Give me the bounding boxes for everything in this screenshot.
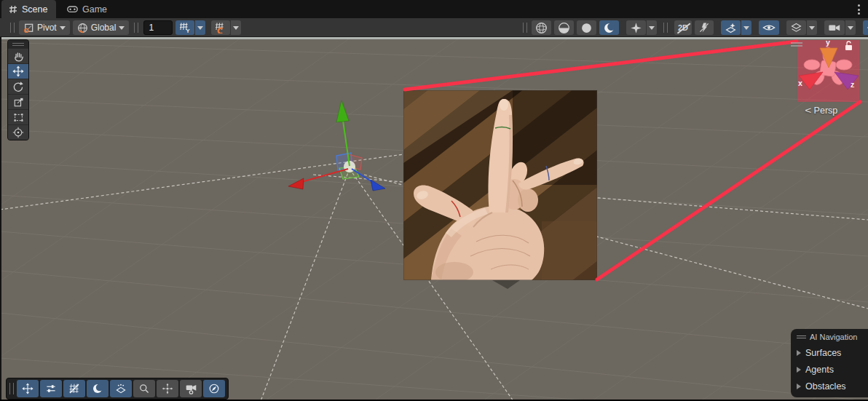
grid-visibility-button[interactable] — [63, 380, 85, 397]
chevron-down-icon — [60, 26, 66, 30]
pivot-label: Pivot — [37, 23, 57, 33]
grid-plane-caret[interactable] — [195, 20, 205, 35]
2d-view-toggle[interactable]: 2D — [674, 20, 692, 35]
rect-tool-icon — [13, 112, 24, 123]
move-overlay-icon — [22, 383, 33, 394]
scene-focus-border — [0, 37, 868, 39]
camera-flash-toggle[interactable] — [695, 20, 714, 35]
half-sphere-icon — [558, 22, 570, 34]
tab-menu-icon[interactable] — [858, 4, 861, 15]
crescent-icon — [603, 22, 615, 34]
ai-nav-obstacles[interactable]: Obstacles — [797, 381, 864, 392]
persp-arrow-icon: < — [805, 105, 811, 116]
scene-view-eye-toggle[interactable] — [759, 20, 779, 35]
gizmo-z-label: z — [851, 80, 854, 89]
snap-settings-caret[interactable] — [231, 20, 241, 35]
persp-text: Persp — [814, 106, 838, 116]
global-dropdown[interactable]: Global — [73, 20, 130, 35]
2d-icon: 2D — [678, 23, 688, 32]
toolbar-grip[interactable] — [523, 23, 527, 33]
camera-settings-button[interactable] — [824, 20, 845, 35]
overlay-toolbar — [6, 378, 229, 400]
ai-nav-surfaces-label: Surfaces — [805, 348, 841, 358]
foldout-arrow-icon — [797, 384, 801, 389]
overlay-toolbar-grip[interactable] — [9, 383, 14, 394]
scene-viewport[interactable]: y x z — [0, 0, 868, 401]
ai-navigation-grip[interactable] — [797, 336, 806, 338]
ai-navigation-title: AI Navigation — [810, 333, 857, 341]
grid-y-icon: Y — [179, 22, 191, 33]
view-tabbar: Scene Game — [0, 0, 868, 18]
camera-icon — [828, 23, 841, 33]
move-tool-icon — [12, 65, 24, 77]
scale-tool-button[interactable] — [8, 94, 28, 109]
search-button[interactable] — [133, 380, 155, 397]
scene-toolbar: Pivot Global — [0, 18, 868, 37]
chevron-down-icon — [119, 26, 125, 30]
lighting-toggle[interactable] — [554, 20, 574, 35]
hand-tool-icon — [13, 51, 24, 62]
ai-nav-agents-label: Agents — [805, 365, 834, 375]
visibility-layers-icon — [725, 22, 737, 34]
scale-tool-icon — [13, 97, 24, 108]
eye-icon — [762, 23, 776, 33]
grid-plane-button[interactable]: Y — [175, 20, 194, 35]
view-options-icon — [115, 383, 127, 394]
ai-nav-surfaces[interactable]: Surfaces — [797, 348, 864, 358]
camera-settings-caret[interactable] — [845, 20, 856, 35]
transform-tool-button[interactable] — [8, 124, 28, 140]
layers-button[interactable] — [786, 20, 806, 35]
overlays-button[interactable] — [863, 20, 868, 35]
shaded-sphere-icon — [535, 22, 548, 34]
toolbar-grip[interactable] — [10, 23, 15, 33]
filled-circle-icon — [580, 22, 593, 34]
tools-overlay — [7, 39, 29, 140]
scene-visibility-caret[interactable] — [741, 20, 751, 35]
camera-track-icon — [185, 384, 197, 394]
center-view-button[interactable] — [157, 380, 178, 397]
draw-mode-button[interactable] — [532, 20, 551, 35]
effects-caret[interactable] — [647, 20, 657, 35]
orientation-gizmo[interactable]: y x z — [791, 38, 859, 102]
camera-track-button[interactable] — [180, 380, 202, 397]
compass-icon — [208, 383, 220, 394]
foldout-arrow-icon — [797, 350, 801, 356]
render-mode-button[interactable] — [87, 380, 108, 397]
rect-tool-button[interactable] — [8, 109, 28, 124]
tab-game-label: Game — [82, 4, 107, 15]
tools-grip[interactable] — [8, 40, 28, 48]
tab-game[interactable]: Game — [60, 0, 116, 18]
projection-label[interactable]: < Persp — [805, 105, 837, 116]
tab-scene[interactable]: Scene — [1, 0, 56, 18]
flash-off-icon — [698, 22, 710, 33]
toolbar-grip[interactable] — [134, 23, 138, 33]
audio-toggle[interactable] — [577, 20, 596, 35]
snap-settings-button[interactable] — [211, 20, 230, 35]
skybox-toggle[interactable] — [599, 20, 619, 35]
overlay-move-button[interactable] — [17, 380, 39, 397]
scene-grid-icon — [9, 5, 17, 14]
pivot-dropdown[interactable]: Pivot — [19, 20, 70, 35]
move-tool-button[interactable] — [8, 63, 28, 79]
snap-increment-input[interactable] — [143, 20, 173, 35]
tab-scene-label: Scene — [22, 4, 47, 15]
global-icon — [77, 23, 88, 33]
grid-off-icon — [68, 383, 80, 394]
search-icon — [138, 383, 150, 394]
layers-caret[interactable] — [807, 20, 817, 35]
center-view-icon — [162, 383, 173, 394]
compass-button[interactable] — [203, 380, 225, 397]
toolbar-grip[interactable] — [663, 23, 668, 33]
flare-icon — [630, 22, 642, 34]
unity-editor-window: y x z Scene — [0, 0, 868, 401]
layers-icon — [790, 22, 802, 34]
effects-button[interactable] — [626, 20, 646, 35]
pivot-icon — [23, 23, 34, 33]
scene-visibility-button[interactable] — [721, 20, 741, 35]
ai-navigation-panel: AI Navigation Surfaces Agents Obstacles — [791, 329, 868, 397]
ai-nav-agents[interactable]: Agents — [797, 365, 864, 375]
tool-settings-button[interactable] — [40, 380, 62, 397]
rotate-tool-button[interactable] — [8, 79, 28, 94]
view-options-button[interactable] — [110, 380, 132, 397]
hand-tool-button[interactable] — [8, 48, 28, 63]
